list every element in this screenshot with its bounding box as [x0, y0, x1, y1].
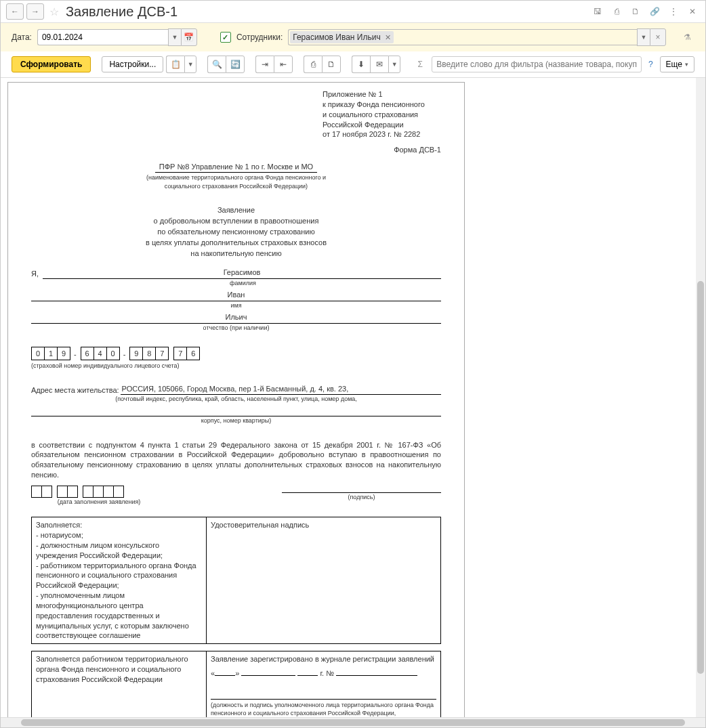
- forward-button[interactable]: →: [26, 3, 44, 20]
- surname-value: Герасимов: [43, 267, 441, 279]
- more-icon[interactable]: ⋮: [666, 4, 681, 19]
- page-title: Заявление ДСВ-1: [66, 4, 587, 20]
- address-sub2: корпус, номер квартиры): [31, 416, 441, 425]
- favorite-icon[interactable]: ☆: [49, 5, 59, 18]
- surname-sub: фамилия: [45, 279, 441, 287]
- collapse-icon[interactable]: ⇤: [274, 56, 293, 73]
- filter-icon[interactable]: ⚗: [680, 30, 694, 45]
- tag-remove-icon[interactable]: ✕: [385, 33, 391, 42]
- generate-button[interactable]: Сформировать: [12, 56, 91, 72]
- employees-clear[interactable]: ×: [650, 28, 666, 46]
- email-icon[interactable]: ✉: [370, 56, 388, 73]
- name-sub: имя: [31, 301, 441, 309]
- patronymic-value: Ильич: [31, 312, 441, 324]
- patronymic-sub: отчество (при наличии): [31, 324, 441, 332]
- email-dropdown[interactable]: ▼: [388, 56, 400, 73]
- t1-c1: Заполняется: - нотариусом; - должностным…: [32, 517, 207, 644]
- print-icon[interactable]: ⎙: [609, 4, 624, 19]
- close-icon[interactable]: ✕: [685, 4, 700, 19]
- address-value: РОССИЯ, 105066, Город Москва, пер 1-й Ба…: [121, 384, 441, 395]
- sum-icon[interactable]: Σ: [411, 56, 429, 72]
- employee-tag-label: Герасимов Иван Ильич: [293, 33, 380, 42]
- law-text: в соответствии с подпунктом 4 пункта 1 с…: [31, 440, 441, 480]
- fill-date-sub: (дата заполнения заявления): [31, 498, 167, 506]
- vertical-scrollbar[interactable]: [696, 78, 705, 717]
- name-value: Иван: [31, 290, 441, 301]
- find-icon[interactable]: 🔍: [207, 56, 226, 73]
- help-icon[interactable]: ?: [648, 60, 653, 69]
- org-name: ПФР №8 Управление № 1 по г. Москве и МО: [155, 162, 317, 173]
- link-icon[interactable]: 🔗: [647, 4, 662, 19]
- date-input[interactable]: [37, 29, 168, 45]
- params-bar: Дата: ▼ 📅 ✓ Сотрудники: Герасимов Иван И…: [1, 23, 705, 51]
- document-area: Приложение № 1 к приказу Фонда пенсионно…: [1, 78, 705, 717]
- org-block: ПФР №8 Управление № 1 по г. Москве и МО …: [31, 162, 441, 190]
- appendix-block: Приложение № 1 к приказу Фонда пенсионно…: [323, 89, 438, 140]
- date-dropdown[interactable]: ▼: [168, 28, 181, 46]
- titlebar: ← → ☆ Заявление ДСВ-1 🖫 ⎙ 🗋 🔗 ⋮ ✕: [1, 1, 705, 23]
- t2-c2: Заявление зарегистрировано в журнале рег…: [207, 651, 441, 717]
- snils-block: 0 1 9 - 6 4 0 - 9 8 7 7 6: [31, 347, 441, 360]
- employees-checkbox[interactable]: ✓: [220, 32, 231, 43]
- address-sub1: (почтовый индекс, республика, край, обла…: [31, 395, 441, 403]
- more-button[interactable]: Еще▾: [660, 56, 694, 72]
- employee-tag: Герасимов Иван Ильич ✕: [290, 31, 393, 43]
- expand-icon[interactable]: ⇥: [255, 56, 274, 73]
- settings-button[interactable]: Настройки...: [102, 56, 163, 72]
- calendar-icon[interactable]: 📅: [181, 28, 197, 46]
- employees-label: Сотрудники:: [236, 33, 283, 42]
- toolbar: Сформировать Настройки... 📋 ▼ 🔍 🔄 ⇥ ⇤ ⎙ …: [1, 51, 705, 78]
- variants-dropdown[interactable]: ▼: [184, 56, 196, 73]
- t1-c2: Удостоверительная надпись: [207, 517, 441, 644]
- save-icon[interactable]: 🖫: [590, 4, 605, 19]
- horizontal-scrollbar[interactable]: [1, 717, 705, 727]
- print-preview-icon[interactable]: 🗋: [322, 56, 341, 73]
- date-label: Дата:: [12, 33, 32, 42]
- t2-c1: Заполняется работником территориального …: [32, 651, 207, 717]
- form-code: Форма ДСВ-1: [31, 145, 441, 155]
- save-file-icon[interactable]: ⬇: [352, 56, 370, 73]
- address-label: Адрес места жительства:: [31, 385, 119, 395]
- heading: Заявление о добровольном вступлении в пр…: [31, 205, 441, 258]
- fill-table-1: Заполняется: - нотариусом; - должностным…: [31, 517, 441, 644]
- employees-dropdown[interactable]: ▼: [637, 28, 650, 46]
- filter-input[interactable]: [432, 56, 642, 72]
- back-button[interactable]: ←: [6, 3, 24, 20]
- print-button-icon[interactable]: ⎙: [304, 56, 322, 73]
- variants-icon[interactable]: 📋: [166, 56, 184, 73]
- preview-icon[interactable]: 🗋: [628, 4, 643, 19]
- ya-label: Я,: [31, 269, 39, 279]
- snils-sub: (страховой номер индивидуального лицевог…: [31, 362, 441, 370]
- fill-date-cells: [31, 486, 167, 498]
- fill-table-2: Заполняется работником территориального …: [31, 651, 441, 717]
- signature-line: [282, 483, 441, 493]
- find-next-icon[interactable]: 🔄: [226, 56, 245, 73]
- document: Приложение № 1 к приказу Фонда пенсионно…: [7, 82, 465, 717]
- signature-sub: (подпись): [282, 493, 441, 501]
- employees-input[interactable]: Герасимов Иван Ильич ✕: [288, 29, 637, 45]
